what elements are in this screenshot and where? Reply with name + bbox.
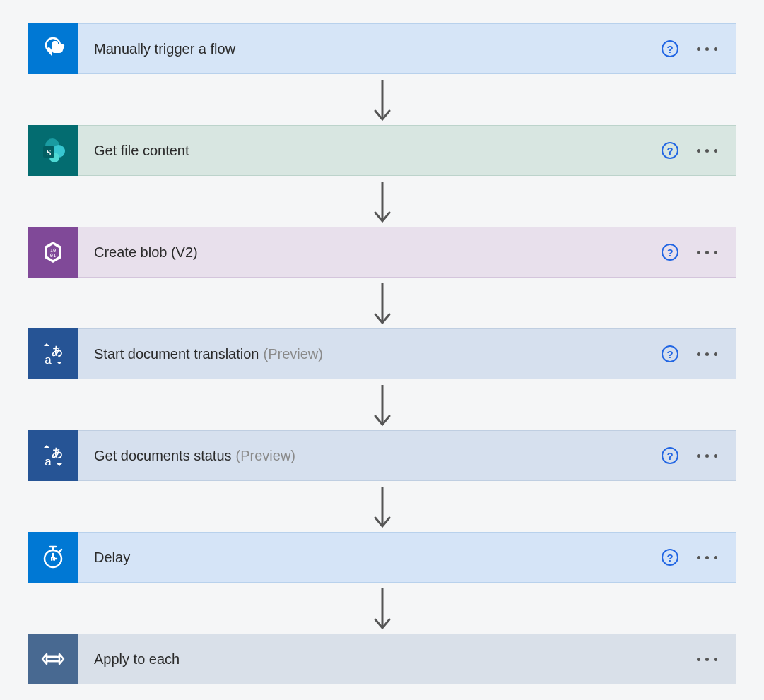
step-title: Apply to each	[78, 651, 697, 668]
step-label-text: Start document translation	[94, 346, 259, 362]
more-menu-icon[interactable]	[697, 653, 717, 665]
touch-icon	[28, 23, 78, 74]
step-suffix-text: (Preview)	[236, 448, 295, 464]
translate-icon	[28, 430, 78, 481]
flow-step-start-document-translation[interactable]: Start document translation(Preview)?	[28, 328, 736, 379]
step-label-text: Manually trigger a flow	[94, 41, 235, 57]
flow-step-get-file-content[interactable]: Get file content?	[28, 125, 736, 176]
step-controls: ?	[662, 345, 736, 362]
sharepoint-icon	[28, 125, 78, 176]
step-controls: ?	[662, 40, 736, 57]
flow-step-delay[interactable]: Delay?	[28, 532, 736, 583]
more-menu-icon[interactable]	[697, 450, 717, 462]
more-menu-icon[interactable]	[697, 552, 717, 564]
step-title: Manually trigger a flow	[78, 41, 662, 57]
step-title: Get documents status(Preview)	[78, 448, 662, 464]
step-controls: ?	[662, 142, 736, 159]
step-controls: ?	[662, 244, 736, 261]
step-suffix-text: (Preview)	[263, 346, 322, 362]
flow-step-get-documents-status[interactable]: Get documents status(Preview)?	[28, 430, 736, 481]
help-icon[interactable]: ?	[662, 549, 678, 566]
step-label-text: Get documents status	[94, 448, 232, 464]
connector-arrow-icon	[372, 481, 392, 532]
more-menu-icon[interactable]	[697, 348, 717, 360]
flow-step-manually-trigger-a-flow[interactable]: Manually trigger a flow?	[28, 23, 736, 74]
step-label-text: Get file content	[94, 143, 189, 159]
flow-step-apply-to-each[interactable]: Apply to each	[28, 634, 736, 684]
blob-icon	[28, 227, 78, 278]
step-title: Start document translation(Preview)	[78, 346, 662, 362]
more-menu-icon[interactable]	[697, 43, 717, 55]
help-icon[interactable]: ?	[662, 345, 678, 362]
step-controls	[697, 653, 736, 665]
step-label-text: Apply to each	[94, 651, 180, 668]
help-icon[interactable]: ?	[662, 40, 678, 57]
connector-arrow-icon	[372, 379, 392, 430]
connector-arrow-icon	[372, 583, 392, 634]
step-title: Get file content	[78, 143, 662, 159]
loop-icon	[28, 634, 78, 684]
help-icon[interactable]: ?	[662, 244, 678, 261]
more-menu-icon[interactable]	[697, 247, 717, 259]
translate-icon	[28, 328, 78, 379]
step-label-text: Delay	[94, 550, 130, 566]
step-controls: ?	[662, 549, 736, 566]
more-menu-icon[interactable]	[697, 145, 717, 157]
connector-arrow-icon	[372, 278, 392, 328]
help-icon[interactable]: ?	[662, 142, 678, 159]
step-label-text: Create blob (V2)	[94, 244, 198, 261]
flow-step-create-blob-v2[interactable]: Create blob (V2)?	[28, 227, 736, 278]
step-title: Create blob (V2)	[78, 244, 662, 261]
connector-arrow-icon	[372, 176, 392, 227]
step-title: Delay	[78, 550, 662, 566]
stopwatch-icon	[28, 532, 78, 583]
step-controls: ?	[662, 447, 736, 464]
connector-arrow-icon	[372, 74, 392, 125]
flow-designer-canvas: Manually trigger a flow?Get file content…	[28, 23, 736, 684]
help-icon[interactable]: ?	[662, 447, 678, 464]
